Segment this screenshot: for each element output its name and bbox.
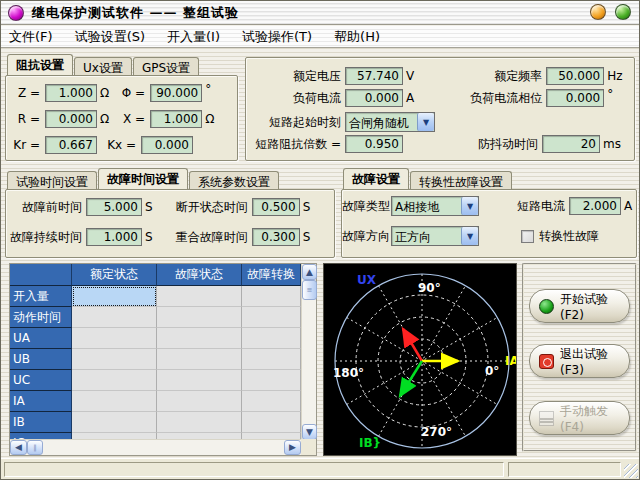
tab-fault-time-settings[interactable]: 故障时间设置 (98, 168, 188, 189)
app-icon[interactable] (8, 5, 24, 21)
row-header-action-time: 动作时间 (10, 307, 72, 328)
start-icon (539, 299, 554, 314)
scroll-up-icon[interactable]: ▲ (302, 264, 317, 280)
r-unit: Ω (100, 112, 109, 126)
tab-convertible-fault-settings[interactable]: 转换性故障设置 (410, 171, 512, 189)
table-cell[interactable] (242, 307, 301, 328)
rated-voltage-input[interactable] (345, 67, 403, 85)
col-header-fault-state: 故障状态 (157, 264, 242, 286)
load-current-input[interactable] (345, 89, 403, 107)
menu-test-settings[interactable]: 试验设置(S) (75, 28, 145, 46)
anti-jitter-time-unit: ms (603, 137, 621, 151)
tab-impedance-settings[interactable]: 阻抗设置 (7, 54, 73, 75)
minimize-button[interactable] (590, 4, 606, 20)
table-cell[interactable] (242, 412, 301, 433)
table-cell[interactable] (242, 286, 301, 307)
vertical-scroll-thumb[interactable]: ≡ (302, 280, 317, 300)
table-cell[interactable] (157, 391, 242, 412)
table-cell[interactable] (157, 349, 242, 370)
tab-system-param-settings[interactable]: 系统参数设置 (189, 171, 279, 189)
menu-test-operation[interactable]: 试验操作(T) (242, 28, 312, 46)
vertical-scroll-track[interactable] (302, 300, 316, 424)
phasor-display: UX 90° 180° 0° 270° IA IB} (323, 263, 517, 456)
table-cell[interactable] (157, 412, 242, 433)
horizontal-scroll-track[interactable] (43, 440, 284, 455)
tab-test-time-settings[interactable]: 试验时间设置 (7, 171, 97, 189)
fault-duration-input[interactable] (86, 228, 142, 246)
table-cell[interactable] (242, 349, 301, 370)
tab-ux-settings[interactable]: Ux设置 (74, 57, 132, 75)
table-row: UA (10, 328, 301, 349)
table-cell[interactable] (242, 370, 301, 391)
status-bar (1, 458, 639, 479)
z-unit: Ω (100, 86, 109, 100)
short-circuit-current-input[interactable] (569, 197, 621, 215)
table-cell[interactable] (72, 349, 157, 370)
start-test-button[interactable]: 开始试验(F2) (529, 289, 630, 323)
z-label: Z = (6, 86, 40, 100)
table-cell-selected[interactable] (72, 286, 157, 307)
table-cell[interactable] (242, 391, 301, 412)
exit-test-button[interactable]: 退出试验(F3) (529, 344, 630, 378)
horizontal-scroll-thumb[interactable]: ∥ (27, 440, 43, 455)
scrollbar-corner (301, 439, 316, 455)
reclose-fault-time-label: 重合故障时间 (153, 229, 248, 246)
scroll-right-icon[interactable]: ▶ (284, 440, 301, 455)
kr-input[interactable] (45, 136, 97, 154)
impedance-multiplier-input[interactable] (345, 135, 403, 153)
z-input[interactable] (45, 84, 97, 102)
chevron-down-icon[interactable]: ▼ (417, 113, 434, 131)
table-cell[interactable] (72, 307, 157, 328)
vertical-scrollbar[interactable]: ▲ ≡ ▼ (301, 264, 316, 440)
reclose-fault-time-input[interactable] (252, 228, 300, 246)
impedance-panel: 阻抗设置 Ux设置 GPS设置 Z = Ω Φ = ° R = Ω X = Ω (5, 55, 238, 161)
tab-gps-settings[interactable]: GPS设置 (133, 57, 199, 75)
load-current-phase-input[interactable] (546, 89, 604, 107)
fault-type-value: A相接地 (392, 197, 461, 215)
resize-grip[interactable] (624, 464, 638, 478)
anti-jitter-time-input[interactable] (542, 135, 600, 153)
table-cell[interactable] (72, 391, 157, 412)
short-circuit-start-combo[interactable]: 合闸角随机 ▼ (345, 112, 435, 132)
table-cell[interactable] (157, 307, 242, 328)
chevron-down-icon[interactable]: ▼ (461, 227, 478, 245)
phi-input[interactable] (150, 84, 202, 102)
r-input[interactable] (45, 110, 97, 128)
open-state-time-input[interactable] (252, 198, 300, 216)
rated-frequency-input[interactable] (546, 67, 604, 85)
fault-type-combo[interactable]: A相接地 ▼ (391, 196, 479, 216)
scroll-down-icon[interactable]: ▼ (302, 424, 317, 440)
pre-fault-time-unit: S (145, 200, 153, 214)
menu-file[interactable]: 文件(F) (9, 28, 53, 46)
kx-input[interactable] (141, 136, 193, 154)
table-cell[interactable] (72, 370, 157, 391)
menu-help[interactable]: 帮助(H) (334, 28, 380, 46)
chevron-down-icon[interactable]: ▼ (461, 197, 478, 215)
ib-vector (400, 361, 422, 396)
title-bar: 继电保护测试软件 —— 整组试验 (1, 1, 639, 25)
row-header-ua: UA (10, 328, 72, 349)
exit-icon (539, 354, 554, 369)
table-cell[interactable] (157, 328, 242, 349)
table-row: 动作时间 (10, 307, 301, 328)
x-input[interactable] (150, 110, 202, 128)
table-cell[interactable] (72, 412, 157, 433)
fault-direction-combo[interactable]: 正方向 ▼ (391, 226, 479, 246)
load-current-label: 负荷电流 (246, 90, 341, 107)
scroll-left-icon[interactable]: ◀ (10, 440, 27, 455)
table-cell[interactable] (157, 286, 242, 307)
horizontal-scrollbar[interactable]: ◀ ∥ ▶ (10, 439, 301, 455)
pre-fault-time-input[interactable] (86, 198, 142, 216)
short-circuit-start-label: 短路起始时刻 (246, 114, 341, 131)
pre-fault-time-label: 故障前时间 (6, 199, 82, 216)
tab-fault-settings[interactable]: 故障设置 (343, 168, 409, 189)
phi-label: Φ = (109, 86, 145, 100)
table-cell[interactable] (157, 370, 242, 391)
menu-binary-input[interactable]: 开入量(I) (167, 28, 220, 46)
close-button[interactable] (615, 4, 631, 20)
table-cell[interactable] (242, 328, 301, 349)
table-cell[interactable] (72, 328, 157, 349)
manual-trigger-button[interactable]: 手动触发(F4) (529, 401, 630, 435)
convertible-fault-checkbox[interactable] (521, 230, 534, 243)
phasor-svg: UX 90° 180° 0° 270° IA IB} (324, 264, 516, 455)
